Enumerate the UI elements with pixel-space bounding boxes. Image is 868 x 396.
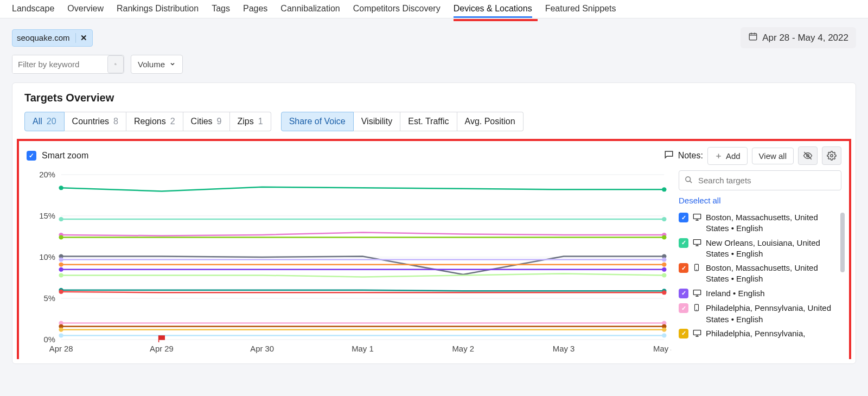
view-all-notes-button[interactable]: View all <box>752 148 794 164</box>
svg-text:20%: 20% <box>39 170 55 179</box>
segmented-controls-row: All 20Countries 8Regions 2Cities 9Zips 1… <box>12 112 856 136</box>
svg-text:Apr 30: Apr 30 <box>250 344 274 353</box>
svg-point-3 <box>831 155 833 157</box>
viewall-label: View all <box>759 151 787 161</box>
smart-zoom-checkbox[interactable]: ✓ Smart zoom <box>27 151 88 161</box>
legend-item[interactable]: ✓Philadelphia, Pennsylvania, United Stat… <box>679 301 841 327</box>
chevron-down-icon <box>169 60 176 69</box>
legend-checkbox: ✓ <box>679 289 688 298</box>
scope-tab-all[interactable]: All 20 <box>24 112 65 131</box>
add-label: Add <box>726 151 741 161</box>
targets-overview-card: Targets Overview All 20Countries 8Region… <box>12 82 856 364</box>
metric-tab-est-traffic[interactable]: Est. Traffic <box>400 112 457 131</box>
svg-point-30 <box>59 273 63 277</box>
legend-label: Ireland • English <box>706 288 765 299</box>
svg-point-42 <box>59 333 63 337</box>
date-range-picker[interactable]: Apr 28 - May 4, 2022 <box>741 27 856 48</box>
scope-tab-zips[interactable]: Zips 1 <box>230 112 271 131</box>
domain-chip-label: seoquake.com <box>17 33 70 42</box>
svg-point-21 <box>662 235 666 240</box>
top-nav: LandscapeOverviewRankings DistributionTa… <box>0 0 868 18</box>
volume-select[interactable]: Volume <box>131 55 183 74</box>
svg-text:Apr 29: Apr 29 <box>150 344 174 353</box>
svg-point-40 <box>59 328 63 332</box>
svg-text:May 4: May 4 <box>653 344 671 353</box>
nav-tab-competitors-discovery[interactable]: Competitors Discovery <box>353 0 441 18</box>
svg-rect-55 <box>693 290 700 295</box>
svg-point-29 <box>662 267 666 272</box>
legend-label: Philadelphia, Pennsylvania, United State… <box>706 303 841 325</box>
svg-point-35 <box>662 290 666 295</box>
close-icon[interactable]: ✕ <box>75 33 88 43</box>
smart-zoom-label: Smart zoom <box>42 151 88 161</box>
legend-label: Boston, Massachusetts, United States • E… <box>706 212 841 234</box>
legend-checkbox: ✓ <box>679 238 688 248</box>
scrollbar[interactable] <box>840 213 845 272</box>
nav-tab-cannibalization[interactable]: Cannibalization <box>280 0 340 18</box>
legend-item[interactable]: ✓Philadelphia, Pennsylvania, <box>679 327 841 342</box>
svg-point-1 <box>115 63 116 65</box>
filters-row-1: seoquake.com ✕ Apr 28 - May 4, 2022 <box>0 18 868 48</box>
svg-point-27 <box>662 263 666 267</box>
nav-tab-overview[interactable]: Overview <box>67 0 104 18</box>
add-note-button[interactable]: ＋ Add <box>707 147 748 165</box>
desktop-icon <box>693 213 701 224</box>
svg-point-15 <box>662 187 666 191</box>
keyword-filter <box>12 55 124 74</box>
filters-row-2: Volume <box>0 48 868 82</box>
settings-button[interactable] <box>822 146 841 165</box>
nav-tab-devices-locations[interactable]: Devices & Locations <box>454 0 532 18</box>
svg-text:May 2: May 2 <box>452 344 474 353</box>
desktop-icon <box>693 238 701 250</box>
metric-tab-avg-position[interactable]: Avg. Position <box>457 112 524 131</box>
scope-tab-regions[interactable]: Regions 2 <box>126 112 183 131</box>
scope-tab-countries[interactable]: Countries 8 <box>65 112 126 131</box>
deselect-all-link[interactable]: Deselect all <box>679 195 841 206</box>
nav-tab-tags[interactable]: Tags <box>212 0 230 18</box>
svg-point-14 <box>59 186 63 190</box>
scope-tab-cities[interactable]: Cities 9 <box>183 112 230 131</box>
keyword-input[interactable] <box>12 55 107 73</box>
nav-tab-rankings-distribution[interactable]: Rankings Distribution <box>117 0 199 18</box>
chart-plot[interactable]: 0%5%10%15%20%Apr 28Apr 29Apr 30May 1May … <box>27 170 671 355</box>
volume-label: Volume <box>138 60 165 69</box>
legend-label: New Orleans, Louisiana, United States • … <box>706 238 841 260</box>
svg-point-34 <box>59 290 63 294</box>
legend-item[interactable]: ✓Boston, Massachusetts, United States • … <box>679 261 841 286</box>
chart-toolbar-right: Notes: ＋ Add View all <box>664 146 841 165</box>
notes-icon <box>664 150 674 162</box>
legend-checkbox: ✓ <box>679 303 688 313</box>
svg-point-41 <box>662 328 666 332</box>
metric-tab-visibility[interactable]: Visibility <box>354 112 401 131</box>
svg-text:Apr 28: Apr 28 <box>49 344 73 353</box>
scope-tabs: All 20Countries 8Regions 2Cities 9Zips 1 <box>24 112 271 131</box>
mobile-icon <box>693 303 701 315</box>
chart-body: 0%5%10%15%20%Apr 28Apr 29Apr 30May 1May … <box>19 166 849 359</box>
svg-text:0%: 0% <box>44 335 56 344</box>
search-targets[interactable] <box>679 170 841 190</box>
svg-point-43 <box>662 333 666 337</box>
desktop-icon <box>693 289 701 300</box>
svg-rect-53 <box>693 239 700 244</box>
legend-item[interactable]: ✓Boston, Massachusetts, United States • … <box>679 210 841 236</box>
legend-checkbox: ✓ <box>679 329 688 338</box>
nav-tab-featured-snippets[interactable]: Featured Snippets <box>545 0 616 18</box>
domain-chip[interactable]: seoquake.com ✕ <box>12 29 93 47</box>
mobile-icon <box>693 263 701 274</box>
chart-toolbar: ✓ Smart zoom Notes: ＋ Add View all <box>19 144 849 166</box>
legend-item[interactable]: ✓Ireland • English <box>679 286 841 302</box>
search-targets-input[interactable] <box>697 175 835 186</box>
hide-button[interactable] <box>798 146 818 165</box>
plus-icon: ＋ <box>714 151 723 161</box>
metric-tab-share-of-voice[interactable]: Share of Voice <box>281 112 354 131</box>
card-title: Targets Overview <box>12 83 856 112</box>
keyword-search-button[interactable] <box>107 55 124 73</box>
calendar-icon <box>748 31 758 44</box>
nav-tab-pages[interactable]: Pages <box>243 0 267 18</box>
legend-checkbox: ✓ <box>679 263 688 273</box>
svg-text:10%: 10% <box>39 253 55 261</box>
legend-item[interactable]: ✓New Orleans, Louisiana, United States •… <box>679 236 841 261</box>
nav-tab-landscape[interactable]: Landscape <box>12 0 54 18</box>
svg-point-17 <box>662 217 666 221</box>
svg-point-26 <box>59 263 63 267</box>
